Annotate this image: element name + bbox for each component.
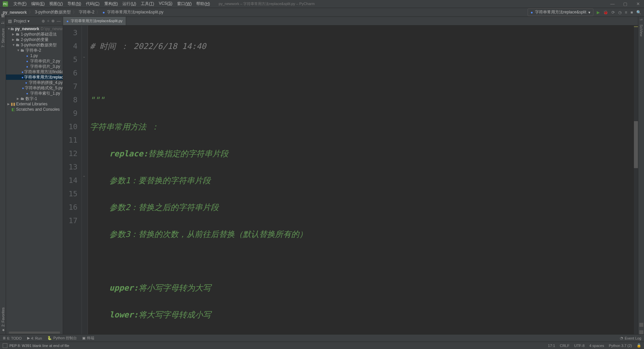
tab-sciview[interactable]: SciView bbox=[639, 24, 643, 36]
tree-file[interactable]: ●字符串切片_2.py bbox=[6, 58, 63, 64]
tree-file[interactable]: ●字符串常用方法find&c… bbox=[6, 69, 63, 74]
menu-refactor[interactable]: 重构(R) bbox=[102, 0, 120, 7]
settings-icon[interactable]: ✻ bbox=[51, 19, 55, 23]
menu-run[interactable]: 运行(U) bbox=[120, 0, 138, 7]
chevron-right-icon: 〉 bbox=[73, 9, 77, 15]
run-coverage-icon[interactable]: ⟳ bbox=[611, 10, 615, 15]
menu-file[interactable]: 文件(F) bbox=[11, 0, 29, 7]
tab-project[interactable]: 1: 项目 bbox=[0, 18, 6, 26]
other-tool-icon[interactable] bbox=[639, 330, 643, 334]
indent-settings[interactable]: 4 spaces bbox=[589, 344, 604, 348]
chevron-right-icon: 〉 bbox=[29, 9, 33, 15]
database-tool-icon[interactable] bbox=[639, 323, 643, 327]
tree-file[interactable]: ●字符串索引_1.py bbox=[6, 91, 63, 96]
editor-tabs: ● 字符串常用方法replace&split.py bbox=[63, 17, 638, 26]
main-area: 1: 项目 7: Structure ★ 2: Favorites ▤ Proj… bbox=[0, 17, 644, 334]
menu-window[interactable]: 窗口(W) bbox=[175, 0, 194, 7]
python-file-icon: ● bbox=[531, 10, 533, 15]
cursor-position[interactable]: 17:1 bbox=[548, 344, 555, 348]
tab-todo[interactable]: ≣ 6: TODO bbox=[3, 336, 22, 340]
tree-file[interactable]: ●1.py bbox=[6, 53, 63, 58]
tree-folder[interactable]: ▶🖿数字-1 bbox=[6, 96, 63, 101]
search-icon[interactable]: 🔍 bbox=[636, 10, 641, 15]
tree-file[interactable]: ●字符串切片_3.py bbox=[6, 64, 63, 69]
menu-navigate[interactable]: 导航(N) bbox=[65, 0, 83, 7]
tree-file-selected[interactable]: ●字符串常用方法replace bbox=[6, 74, 63, 80]
breadcrumb-item[interactable]: 字符串-2 bbox=[79, 9, 95, 15]
breadcrumb: py_newwork 〉 3-python的数据类型 〉 字符串-2 〉 ● 字… bbox=[3, 9, 163, 15]
navigation-bar: py_newwork 〉 3-python的数据类型 〉 字符串-2 〉 ● 字… bbox=[0, 8, 644, 17]
run-icon[interactable]: ▶ bbox=[597, 10, 600, 15]
minimize-icon[interactable]: — bbox=[609, 1, 616, 6]
tab-python-console[interactable]: 🐍 Python 控制台 bbox=[47, 336, 77, 341]
editor-area: ● 字符串常用方法replace&split.py 3 4 5 6 7 8 9 … bbox=[63, 17, 638, 334]
project-tree[interactable]: ▼🖿py_newworkD:\py_newwork ▶🖿1-python的基础语… bbox=[6, 26, 63, 331]
menu-view[interactable]: 视图(V) bbox=[47, 0, 65, 7]
scrollbar-thumb[interactable] bbox=[634, 121, 638, 168]
fold-gutter[interactable]: ⌄ ⌃ bbox=[82, 26, 88, 334]
project-panel-title[interactable]: Project ▾ bbox=[14, 19, 40, 23]
lock-icon[interactable]: 🔒 bbox=[637, 343, 641, 348]
reader-mode-off-label[interactable]: off bbox=[640, 18, 643, 21]
run-config-label: 字符串常用方法replace&split bbox=[535, 9, 586, 15]
project-view-icon: ▤ bbox=[8, 19, 12, 23]
menu-tools[interactable]: 工具(T) bbox=[139, 0, 156, 7]
menu-code[interactable]: 代码(C) bbox=[84, 0, 102, 7]
file-encoding[interactable]: UTF-8 bbox=[574, 344, 585, 348]
menu-help[interactable]: 帮助(H) bbox=[194, 0, 212, 7]
breadcrumb-item[interactable]: py_newwork bbox=[3, 10, 27, 15]
line-separator[interactable]: CRLF bbox=[560, 344, 570, 348]
breadcrumb-item[interactable]: 字符串常用方法replace&split.py bbox=[107, 9, 164, 15]
line-number-gutter: 3 4 5 6 7 8 9 10 11 12 13 14 15 16 17 bbox=[63, 26, 82, 334]
python-file-icon: ● bbox=[102, 10, 105, 15]
tree-project-root[interactable]: ▼🖿py_newworkD:\py_newwork bbox=[6, 26, 63, 32]
tree-file[interactable]: ●字符串的格式化_5.py bbox=[6, 85, 63, 91]
project-panel: ▤ Project ▾ ⊕ ÷ ✻ — ▼🖿py_newworkD:\py_ne… bbox=[6, 17, 63, 334]
code-content[interactable]: # 时间 ： 2022/6/18 14:40 """ 字符串常用方法 ： rep… bbox=[88, 26, 634, 334]
editor-tab[interactable]: ● 字符串常用方法replace&split.py bbox=[63, 17, 126, 25]
tab-event-log[interactable]: ◔ Event Log bbox=[620, 336, 641, 340]
stop-icon[interactable]: ■ bbox=[631, 10, 633, 15]
inspection-message[interactable]: PEP 8: W391 blank line at end of file bbox=[9, 344, 69, 348]
project-panel-header: ▤ Project ▾ ⊕ ÷ ✻ — bbox=[6, 17, 63, 26]
close-icon[interactable]: ✕ bbox=[635, 1, 641, 6]
vertical-scrollbar[interactable] bbox=[634, 26, 638, 334]
breadcrumb-item[interactable]: 3-python的数据类型 bbox=[35, 9, 71, 15]
chevron-right-icon: 〉 bbox=[96, 9, 100, 15]
tab-structure[interactable]: 7: Structure bbox=[0, 26, 6, 50]
title-bar: PC 文件(F) 编辑(E) 视图(V) 导航(N) 代码(C) 重构(R) 运… bbox=[0, 0, 644, 8]
menu-vcs[interactable]: VCS(S) bbox=[157, 0, 174, 7]
tab-run[interactable]: ▶ 4: Run bbox=[27, 336, 42, 340]
menu-edit[interactable]: 编辑(E) bbox=[29, 0, 47, 7]
attach-icon[interactable]: ≡ bbox=[625, 10, 627, 15]
editor-body[interactable]: 3 4 5 6 7 8 9 10 11 12 13 14 15 16 17 ⌄ … bbox=[63, 26, 638, 334]
tree-folder[interactable]: ▼🖿3-python的数据类型 bbox=[6, 42, 63, 48]
fold-start-icon[interactable]: ⌄ bbox=[83, 54, 86, 59]
debug-icon[interactable]: 🐞 bbox=[603, 10, 608, 15]
tab-favorites[interactable]: ★ 2: Favorites bbox=[0, 305, 6, 334]
tree-file[interactable]: ●字符串的拼接_4.py bbox=[6, 80, 63, 85]
tree-scratches[interactable]: ◧Scratches and Consoles bbox=[6, 107, 63, 112]
tree-folder[interactable]: ▶🖿1-python的基础语法 bbox=[6, 32, 63, 37]
tool-windows-icon[interactable] bbox=[3, 343, 7, 348]
menu-bar: 文件(F) 编辑(E) 视图(V) 导航(N) 代码(C) 重构(R) 运行(U… bbox=[11, 0, 212, 7]
tree-folder[interactable]: ▶🖿2-python的变量 bbox=[6, 37, 63, 42]
fold-end-icon[interactable]: ⌃ bbox=[83, 175, 86, 180]
editor-tab-label: 字符串常用方法replace&split.py bbox=[71, 18, 123, 23]
select-opened-file-icon[interactable]: ⊕ bbox=[42, 19, 45, 23]
hide-icon[interactable]: — bbox=[57, 19, 61, 23]
tab-terminal[interactable]: ▣ 终端 bbox=[82, 336, 94, 341]
tree-folder[interactable]: ▼🖿字符串-2 bbox=[6, 48, 63, 53]
toolbar-right: ● 字符串常用方法replace&split ▾ ▶ 🐞 ⟳ ◷ ≡ ■ 🔍 bbox=[528, 8, 641, 16]
maximize-icon[interactable]: ▢ bbox=[622, 1, 629, 6]
right-tool-strip: off SciView bbox=[638, 17, 644, 334]
horizontal-scrollbar[interactable] bbox=[9, 332, 60, 334]
inspection-warning-marker[interactable] bbox=[634, 26, 638, 27]
collapse-all-icon[interactable]: ÷ bbox=[47, 19, 49, 23]
window-title: py_newwork – 字符串常用方法replace&split.py – P… bbox=[219, 1, 315, 6]
run-config-dropdown[interactable]: ● 字符串常用方法replace&split ▾ bbox=[528, 8, 593, 16]
profile-icon[interactable]: ◷ bbox=[618, 10, 622, 15]
bottom-tool-bar: ≣ 6: TODO ▶ 4: Run 🐍 Python 控制台 ▣ 终端 ◔ E… bbox=[0, 334, 644, 342]
tree-external-libraries[interactable]: ▶▮▮External Libraries bbox=[6, 101, 63, 107]
python-interpreter[interactable]: Python 3.7 (2) bbox=[609, 344, 632, 348]
